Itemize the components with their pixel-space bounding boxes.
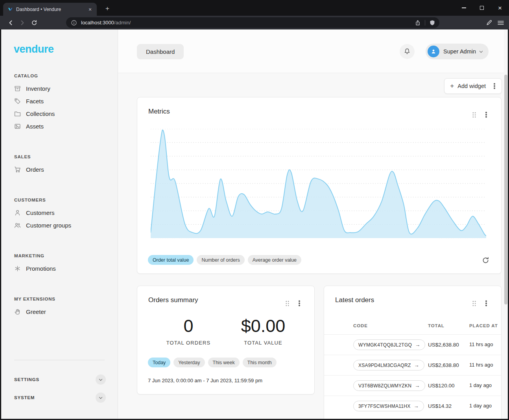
table-row: WYMGK4TQQ8JL2TGQ→ US$2,638.80 11 hrs ago xyxy=(324,334,501,355)
sidebar-item-customers[interactable]: Customers xyxy=(1,206,118,219)
maximize-button[interactable] xyxy=(473,0,491,16)
sidebar-item-orders[interactable]: Orders xyxy=(1,163,118,176)
metrics-filters: Order total value Number of orders Avera… xyxy=(148,255,301,265)
dashboard-breadcrumb-button[interactable]: Dashboard xyxy=(137,44,184,59)
share-icon[interactable] xyxy=(415,20,421,26)
kebab-icon xyxy=(485,303,487,304)
vendure-logo[interactable]: vendure xyxy=(14,43,118,55)
filter-chip-order-total-value[interactable]: Order total value xyxy=(148,255,194,265)
sidebar-item-settings[interactable]: SETTINGS xyxy=(1,370,118,389)
order-placed-at: 11 hrs ago xyxy=(469,362,494,368)
sidebar-item-greeter[interactable]: Greeter xyxy=(1,305,118,318)
total-orders-stat: 0 TOTAL ORDERS xyxy=(163,316,214,346)
back-button[interactable] xyxy=(5,17,17,28)
sidebar-item-customer-groups[interactable]: Customer groups xyxy=(1,219,118,231)
table-row: V3T6BW8ZQLWMYZKN→ US$120.00 1 day ago xyxy=(324,375,501,396)
brave-shield-icon[interactable] xyxy=(429,20,435,26)
tab-close-icon[interactable]: × xyxy=(87,6,94,13)
image-icon xyxy=(14,123,21,130)
hand-icon xyxy=(14,308,21,315)
sidebar-item-label: Customers xyxy=(26,209,55,216)
order-placed-at: 11 hrs ago xyxy=(469,341,494,348)
total-value-label: TOTAL VALUE xyxy=(238,340,288,346)
orders-summary-menu-button[interactable] xyxy=(294,297,305,310)
kebab-icon xyxy=(299,303,300,304)
metrics-menu-button[interactable] xyxy=(481,108,492,121)
latest-orders-table: CODE TOTAL PLACED AT WYMGK4TQQ8JL2TGQ→ U… xyxy=(324,317,501,416)
minimize-icon xyxy=(462,7,466,8)
minimize-button[interactable] xyxy=(455,0,473,16)
user-menu[interactable]: Super Admin xyxy=(426,44,489,59)
range-chip-today[interactable]: Today xyxy=(148,358,170,367)
user-name: Super Admin xyxy=(443,48,476,55)
order-code-link[interactable]: 3FY7FSCWSHMA11HX→ xyxy=(353,401,424,411)
metrics-chart xyxy=(151,129,486,238)
arrow-right-icon: → xyxy=(415,342,420,348)
sidebar-item-assets[interactable]: Assets xyxy=(1,120,118,132)
new-tab-button[interactable]: + xyxy=(103,5,112,13)
sidebar-item-system[interactable]: SYSTEM xyxy=(1,389,118,407)
table-header-row: CODE TOTAL PLACED AT xyxy=(324,317,501,334)
browser-tab-strip: Dashboard • Vendure × + × xyxy=(0,0,509,16)
order-code-link[interactable]: WYMGK4TQQ8JL2TGQ→ xyxy=(353,339,425,350)
sidebar-item-label: Orders xyxy=(26,166,44,173)
section-label-catalog: CATALOG xyxy=(1,73,118,78)
order-placed-at: 1 day ago xyxy=(469,403,494,409)
pencil-icon[interactable] xyxy=(486,19,492,26)
forward-button[interactable] xyxy=(17,17,28,28)
sidebar-item-label: Facets xyxy=(26,98,44,105)
close-window-button[interactable]: × xyxy=(491,0,509,16)
order-code-link[interactable]: XSA9PD4LM3CGAQRZ→ xyxy=(353,360,424,370)
main-header: Dashboard Super Admin xyxy=(118,29,508,73)
range-chip-this-week[interactable]: This week xyxy=(208,358,240,367)
orders-summary-widget: Orders summary 0 TOTAL ORDERS $0.00 TOTA… xyxy=(137,286,315,394)
scrollbar[interactable] xyxy=(504,29,508,419)
order-code-link[interactable]: V3T6BW8ZQLWMYZKN→ xyxy=(353,380,425,391)
browser-tab[interactable]: Dashboard • Vendure × xyxy=(3,3,97,16)
sidebar-item-facets[interactable]: Facets xyxy=(1,95,118,107)
menu-icon[interactable] xyxy=(497,20,504,26)
close-icon: × xyxy=(498,5,502,11)
avatar xyxy=(428,46,439,57)
box-icon xyxy=(14,85,21,92)
total-orders-value: 0 xyxy=(163,316,214,336)
latest-orders-menu-button[interactable] xyxy=(481,297,492,310)
site-info-icon[interactable] xyxy=(71,20,77,26)
reload-button[interactable] xyxy=(28,17,40,28)
drag-handle-icon[interactable] xyxy=(470,110,478,119)
reload-icon xyxy=(31,20,37,26)
sidebar-item-collections[interactable]: Collections xyxy=(1,107,118,120)
drag-handle-icon[interactable] xyxy=(470,299,478,308)
sidebar: vendure CATALOG Inventory Facets Collect… xyxy=(1,29,118,419)
chevron-down-icon[interactable] xyxy=(96,374,106,385)
sidebar-divider xyxy=(14,360,105,360)
sidebar-item-promotions[interactable]: Promotions xyxy=(1,262,118,275)
asterisk-icon xyxy=(14,265,21,272)
kebab-icon xyxy=(485,114,487,116)
scrollbar-thumb[interactable] xyxy=(504,75,507,304)
add-widget-label: Add widget xyxy=(457,83,486,89)
date-range-text: 7 Jun 2023, 0:00:00 am - 7 Jun 2023, 11:… xyxy=(148,378,262,383)
add-widget-button[interactable]: + Add widget xyxy=(447,79,489,94)
chevron-down-icon[interactable] xyxy=(96,392,106,403)
add-widget-bar: + Add widget xyxy=(444,78,502,94)
metrics-widget: Metrics Order total value Number of orde… xyxy=(137,97,502,274)
refresh-button[interactable] xyxy=(479,254,492,266)
date-range-chips: Today Yesterday This week This month xyxy=(148,358,277,367)
folder-icon xyxy=(14,110,21,117)
order-placed-at: 1 day ago xyxy=(469,382,494,389)
sidebar-item-label: Inventory xyxy=(26,85,50,92)
url-bar[interactable]: localhost:3000/admin/ xyxy=(66,17,439,28)
filter-chip-number-of-orders[interactable]: Number of orders xyxy=(197,255,244,265)
sidebar-item-inventory[interactable]: Inventory xyxy=(1,82,118,95)
column-header-placed-at: PLACED AT xyxy=(469,323,494,328)
arrow-right-icon: → xyxy=(414,362,419,368)
notifications-button[interactable] xyxy=(400,44,415,59)
users-icon xyxy=(14,222,21,229)
add-widget-menu-button[interactable] xyxy=(489,80,500,92)
drag-handle-icon[interactable] xyxy=(283,299,291,308)
range-chip-yesterday[interactable]: Yesterday xyxy=(173,358,205,367)
sidebar-item-label: Customer groups xyxy=(26,222,71,229)
filter-chip-average-order-value[interactable]: Average order value xyxy=(248,255,301,265)
range-chip-this-month[interactable]: This month xyxy=(243,358,277,367)
